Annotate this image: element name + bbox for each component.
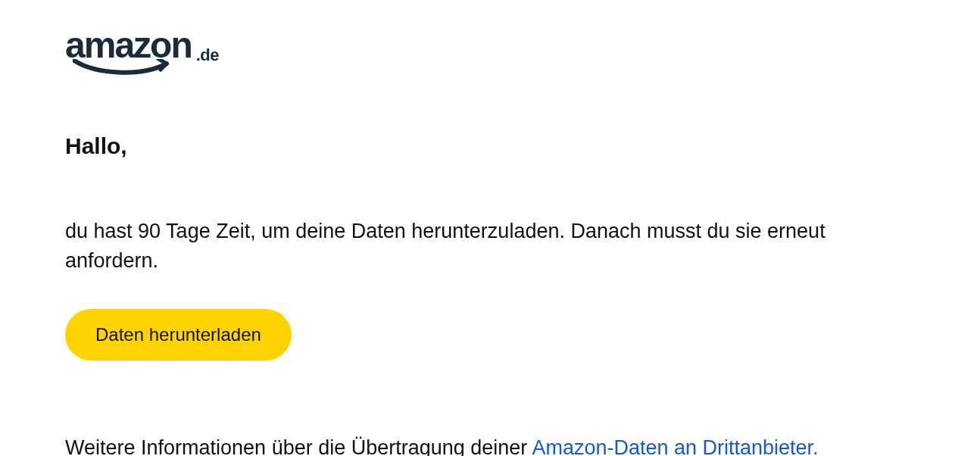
amazon-logo-tld: .de: [196, 27, 219, 65]
amazon-logo-main: amazon: [65, 27, 192, 76]
email-container: amazon .de Hallo, du hast 90 Tage Zeit, …: [0, 0, 980, 456]
footer-text: Weitere Informationen über die Übertragu…: [65, 436, 915, 456]
body-text: du hast 90 Tage Zeit, um deine Daten her…: [65, 217, 868, 276]
amazon-logo: amazon .de: [65, 27, 915, 76]
third-party-data-link[interactable]: Amazon-Daten an Drittanbieter.: [532, 436, 818, 456]
amazon-logo-text: amazon: [65, 25, 192, 65]
greeting-heading: Hallo,: [65, 133, 915, 159]
download-data-button[interactable]: Daten herunterladen: [65, 309, 292, 361]
footer-prefix: Weitere Informationen über die Übertragu…: [65, 436, 532, 456]
